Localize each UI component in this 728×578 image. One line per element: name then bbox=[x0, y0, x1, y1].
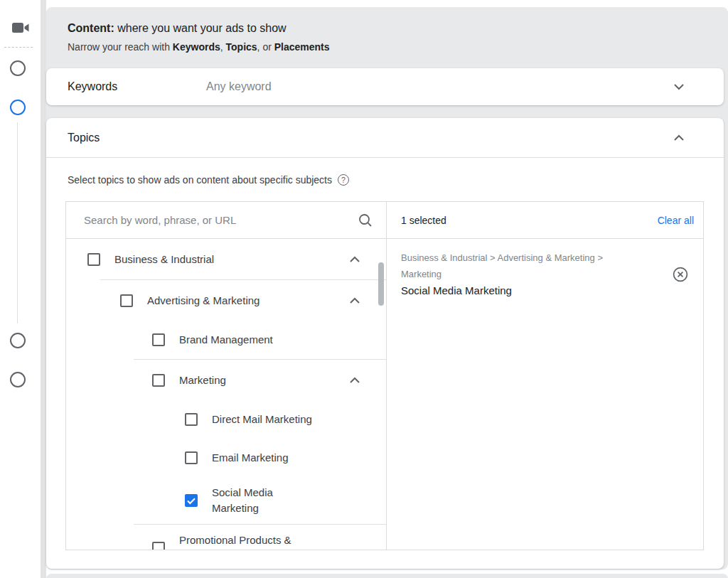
checkbox-checked-icon[interactable] bbox=[185, 494, 198, 507]
selected-count: 1 selected bbox=[401, 215, 658, 226]
topic-row[interactable]: Marketing bbox=[66, 360, 386, 400]
next-section-panel-edge bbox=[46, 574, 728, 578]
checkbox-unchecked-icon[interactable] bbox=[152, 374, 165, 387]
selected-topic-breadcrumb: Business & Industrial > Advertising & Ma… bbox=[401, 250, 650, 282]
chevron-up-icon[interactable] bbox=[349, 256, 360, 263]
checkbox-unchecked-icon[interactable] bbox=[152, 333, 165, 346]
topic-label: Advertising & Marketing bbox=[147, 293, 259, 309]
topics-picker: Business & IndustrialAdvertising & Marke… bbox=[65, 201, 704, 550]
checkbox-unchecked-icon[interactable] bbox=[120, 294, 133, 307]
section-title: Content: where you want your ads to show bbox=[68, 21, 707, 36]
topic-row[interactable]: Brand Management bbox=[66, 321, 386, 359]
content-column: Content: where you want your ads to show… bbox=[46, 0, 728, 578]
content-targeting-panel: Content: where you want your ads to show… bbox=[46, 7, 728, 569]
section-title-rest: where you want your ads to show bbox=[114, 22, 287, 34]
topic-label: Direct Mail Marketing bbox=[212, 412, 312, 427]
topics-tree: Business & IndustrialAdvertising & Marke… bbox=[66, 239, 386, 550]
step-circle-active[interactable] bbox=[10, 100, 26, 115]
topic-label: Business & Industrial bbox=[114, 252, 214, 267]
selected-items-list: Business & Industrial > Advertising & Ma… bbox=[387, 239, 703, 299]
stepper-dashed-separator bbox=[4, 47, 33, 48]
topics-search-row bbox=[66, 202, 386, 239]
videocam-step-icon[interactable] bbox=[11, 21, 30, 35]
topics-label: Topics bbox=[68, 132, 673, 144]
topic-label: Promotional Products & Corporate Gifts bbox=[179, 532, 291, 550]
topic-row[interactable]: Social Media Marketing bbox=[66, 477, 386, 524]
section-title-bold: Content: bbox=[68, 22, 114, 34]
subtitle-text: Topics bbox=[226, 41, 257, 53]
checkbox-unchecked-icon[interactable] bbox=[87, 253, 100, 266]
campaign-stepper-rail bbox=[0, 0, 41, 578]
topic-row[interactable]: Business & Industrial bbox=[66, 239, 386, 279]
topic-label: Email Marketing bbox=[212, 450, 289, 466]
subtitle-text: , or bbox=[257, 41, 274, 53]
topics-description-row: Select topics to show ads on content abo… bbox=[46, 158, 724, 201]
topics-header[interactable]: Topics bbox=[46, 118, 724, 158]
subtitle-text: Keywords bbox=[173, 41, 220, 53]
chevron-up-icon[interactable] bbox=[349, 297, 360, 304]
subtitle-text: Placements bbox=[274, 41, 330, 53]
topics-selected-panel: 1 selected Clear all Business & Industri… bbox=[387, 202, 703, 550]
step-circle-3[interactable] bbox=[10, 333, 26, 348]
topic-row[interactable]: Direct Mail Marketing bbox=[66, 400, 386, 439]
remove-selected-icon[interactable] bbox=[672, 266, 689, 283]
step-circle-1[interactable] bbox=[10, 60, 26, 76]
topics-card: Topics Select topics to show ads on cont… bbox=[46, 118, 724, 569]
checkbox-unchecked-icon[interactable] bbox=[185, 451, 198, 464]
google-ads-content-targeting-page: Content: where you want your ads to show… bbox=[0, 0, 728, 578]
topic-row[interactable]: Promotional Products & Corporate Gifts bbox=[66, 525, 386, 550]
selected-topic-item: Business & Industrial > Advertising & Ma… bbox=[387, 239, 703, 299]
section-subtitle: Narrow your reach with Keywords, Topics,… bbox=[68, 41, 707, 53]
selected-header-row: 1 selected Clear all bbox=[387, 202, 703, 239]
topic-label: Social Media Marketing bbox=[212, 485, 273, 516]
clear-all-button[interactable]: Clear all bbox=[658, 215, 694, 226]
search-icon bbox=[358, 213, 373, 228]
topic-row[interactable]: Email Marketing bbox=[66, 439, 386, 477]
topics-tree-panel: Business & IndustrialAdvertising & Marke… bbox=[66, 202, 387, 550]
keywords-label: Keywords bbox=[68, 80, 206, 93]
selected-topic-name: Social Media Marketing bbox=[401, 282, 663, 299]
help-icon[interactable]: ? bbox=[338, 174, 349, 186]
topics-description: Select topics to show ads on content abo… bbox=[68, 174, 332, 186]
keywords-card[interactable]: Keywords Any keyword bbox=[46, 68, 724, 105]
keywords-value: Any keyword bbox=[206, 80, 673, 93]
checkbox-unchecked-icon[interactable] bbox=[152, 542, 165, 550]
section-header: Content: where you want your ads to show… bbox=[46, 7, 728, 53]
tree-scrollbar-thumb[interactable] bbox=[378, 262, 384, 306]
topic-label: Marketing bbox=[179, 373, 226, 388]
checkbox-unchecked-icon[interactable] bbox=[185, 413, 198, 426]
topic-row[interactable]: Advertising & Marketing bbox=[66, 280, 386, 321]
rail-content-divider-strip bbox=[41, 0, 46, 578]
selected-topic-texts: Business & Industrial > Advertising & Ma… bbox=[401, 250, 663, 299]
chevron-up-icon[interactable] bbox=[673, 134, 685, 141]
stepper-connector-line bbox=[17, 122, 18, 323]
chevron-down-icon[interactable] bbox=[673, 83, 685, 90]
chevron-up-icon[interactable] bbox=[349, 377, 360, 384]
subtitle-text: , bbox=[220, 41, 226, 53]
topic-label: Brand Management bbox=[179, 332, 273, 348]
topics-search-input[interactable] bbox=[84, 214, 358, 226]
step-circle-4[interactable] bbox=[10, 372, 26, 387]
subtitle-text: Narrow your reach with bbox=[68, 41, 173, 53]
